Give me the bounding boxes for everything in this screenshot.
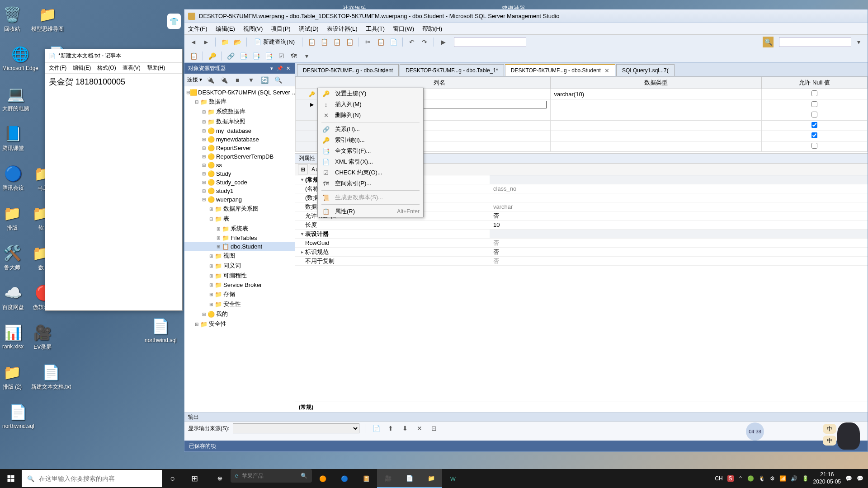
tree-node[interactable]: ⊞🟡ReportServer <box>184 144 295 152</box>
ssms-menu-item[interactable]: 工具(T) <box>366 25 385 33</box>
notification-icon-2[interactable]: 💬 <box>857 475 863 482</box>
tb2-1[interactable]: 📋 <box>188 51 199 61</box>
context-menu-item[interactable]: 📋属性(R)Alt+Enter <box>318 206 423 217</box>
oe-close-icon[interactable]: ✕ <box>285 65 291 71</box>
notepad-titlebar[interactable]: 📄 *新建文本文档.txt - 记事本 <box>45 49 182 63</box>
oe-tb-3[interactable]: ■ <box>232 75 243 85</box>
start-button[interactable] <box>0 469 22 488</box>
execute-button[interactable]: ▶ <box>438 37 448 47</box>
oe-tb-2[interactable]: 🔌 <box>218 75 229 85</box>
out-btn-1[interactable]: 📄 <box>371 423 382 434</box>
ssms-menu-item[interactable]: 项目(P) <box>271 25 290 33</box>
allow-null-checkbox[interactable] <box>811 132 817 138</box>
tree-node[interactable]: ⊞🟡ReportServerTempDB <box>184 152 295 161</box>
ime-indicator-2[interactable]: S <box>727 475 734 482</box>
desktop-icon[interactable]: 🗑️回收站 <box>2 5 22 33</box>
forward-button[interactable]: ► <box>201 37 212 47</box>
oe-connect-button[interactable]: 连接 ▾ <box>187 76 202 84</box>
tb-app-recorder[interactable]: 🎥 <box>377 469 399 488</box>
tb-btn-4[interactable]: 📋 <box>344 37 355 47</box>
oe-tree[interactable]: ⊟🟨DESKTOP-5K7UMFM (SQL Server …⊟📁数据库⊞📁系统… <box>184 86 295 413</box>
context-menu-item[interactable]: ↕插入列(M) <box>318 99 423 110</box>
tree-node[interactable]: ⊞📁安全性 <box>184 299 295 309</box>
tb-app-notepad[interactable]: 📄 <box>399 469 420 488</box>
designer-tab[interactable]: DESKTOP-5K7UMF...g - dbo.Table_1* <box>400 64 504 76</box>
desktop-icon[interactable]: 📄northwind.sql <box>2 402 34 429</box>
out-btn-5[interactable]: ⊡ <box>429 423 439 434</box>
context-menu-item[interactable]: ✕删除列(N) <box>318 110 423 121</box>
desktop-icon[interactable]: 🔵腾讯会议 <box>2 164 24 192</box>
oe-dropdown-icon[interactable]: ▾ <box>269 65 275 71</box>
ssms-menu-item[interactable]: 窗口(W) <box>393 25 414 33</box>
notepad-menu-item[interactable]: 查看(V) <box>123 64 141 72</box>
desktop-icon[interactable]: 🛠️鲁大师 <box>2 243 22 272</box>
find-dropdown[interactable]: ▾ <box>853 37 864 47</box>
tree-node[interactable]: ⊞📁数据库快照 <box>184 117 295 127</box>
context-menu-item[interactable]: 🔗关系(H)... <box>318 124 423 135</box>
desktop-icon[interactable]: 💻大胖的电脑 <box>2 84 29 113</box>
desktop-icon[interactable]: 📁排版 <box>2 203 22 232</box>
ime-indicator[interactable]: CH <box>715 475 722 482</box>
ssms-menu-item[interactable]: 编辑(E) <box>216 25 235 33</box>
tree-node[interactable]: ⊞📁可编程性 <box>184 271 295 281</box>
property-row[interactable]: ▾表设计器 <box>295 230 868 239</box>
hanger-widget[interactable]: 👕 <box>167 14 181 29</box>
ssms-menu-item[interactable]: 视图(V) <box>243 25 263 33</box>
copy-button[interactable]: 📋 <box>375 37 386 47</box>
tb-app-weather[interactable]: 🟠 <box>312 469 334 488</box>
allow-null-checkbox[interactable] <box>811 101 817 107</box>
cortana-button[interactable]: ○ <box>162 469 184 488</box>
open-button[interactable]: 📂 <box>232 37 243 47</box>
property-row[interactable]: ▸标识规范否 <box>295 248 868 257</box>
new-query-button[interactable]: 📄新建查询(N) <box>250 37 298 47</box>
tree-node[interactable]: ⊞📁FileTables <box>184 234 295 242</box>
tree-node[interactable]: ⊟🟨DESKTOP-5K7UMFM (SQL Server … <box>184 88 295 97</box>
tray-icon-3[interactable]: ⚙ <box>770 475 775 482</box>
tb-music-search[interactable]: e 苹果产品 🔍 <box>231 469 312 483</box>
tb-app-qq[interactable]: 🔵 <box>334 469 355 488</box>
property-row[interactable]: RowGuid否 <box>295 239 868 248</box>
tree-node[interactable]: ⊞🟡my_database <box>184 127 295 135</box>
context-menu-item[interactable]: 🔑设置主键(Y) <box>318 88 423 99</box>
allow-null-checkbox[interactable] <box>811 112 817 117</box>
context-menu-item[interactable]: 📑全文索引(F)... <box>318 145 423 156</box>
tree-node[interactable]: ⊞📁视图 <box>184 251 295 261</box>
tb-btn-2[interactable]: 📋 <box>319 37 330 47</box>
oe-tb-6[interactable]: 🔍 <box>273 75 283 85</box>
out-btn-3[interactable]: ⬇ <box>400 423 410 434</box>
tb-app-explorer[interactable]: 📁 <box>420 469 442 488</box>
notepad-menu-item[interactable]: 帮助(H) <box>147 64 165 72</box>
tb-app-1[interactable]: ❋ <box>209 469 231 488</box>
wifi-icon[interactable]: 📶 <box>779 475 786 482</box>
notepad-menu-item[interactable]: 编辑(E) <box>73 64 91 72</box>
tb2-5[interactable]: 📑 <box>250 51 261 61</box>
tree-node[interactable]: ⊞🟡study1 <box>184 187 295 195</box>
tree-node[interactable]: ⊞🟡mynewdatabase <box>184 135 295 144</box>
tree-node[interactable]: ⊞🟡ss <box>184 161 295 169</box>
task-view-button[interactable]: ⊞ <box>184 469 205 488</box>
property-row[interactable]: 长度10 <box>295 221 868 230</box>
taskbar-search-input[interactable] <box>39 475 156 482</box>
tree-node[interactable]: ⊞🟡Study <box>184 169 295 178</box>
redo-button[interactable]: ↷ <box>419 37 430 47</box>
desktop-icon[interactable]: 📁排版 (2) <box>2 362 22 391</box>
tb-btn-3[interactable]: 📋 <box>331 37 342 47</box>
tree-node[interactable]: ⊞📁数据库关系图 <box>184 204 295 214</box>
property-row[interactable]: 不用于复制否 <box>295 257 868 266</box>
tb-app-wps[interactable]: W <box>442 469 464 488</box>
find-button[interactable]: 🔍 <box>763 37 774 47</box>
back-button[interactable]: ◄ <box>188 37 199 47</box>
battery-icon[interactable]: 🔋 <box>802 475 809 482</box>
desktop-icon[interactable]: 📄northwind.sql <box>145 316 177 343</box>
notification-icon[interactable]: 💬 <box>845 475 852 482</box>
out-btn-2[interactable]: ⬆ <box>385 423 396 434</box>
desktop-icon[interactable]: 📊rank.xlsx <box>2 323 24 351</box>
speech-bubble-2[interactable]: 中 <box>823 436 836 446</box>
designer-tab[interactable]: SQLQuery1.sql...7( <box>616 64 675 76</box>
ssms-menu-item[interactable]: 调试(D) <box>299 25 319 33</box>
taskbar-search[interactable]: 🔍 <box>22 470 162 487</box>
designer-tab[interactable]: DESKTOP-5K7UMF...g - dbo.Student <box>297 64 399 76</box>
tb2-4[interactable]: 📑 <box>238 51 249 61</box>
tb2-dropdown[interactable]: ▾ <box>301 51 312 61</box>
tree-node[interactable]: ⊞📁系统数据库 <box>184 107 295 117</box>
